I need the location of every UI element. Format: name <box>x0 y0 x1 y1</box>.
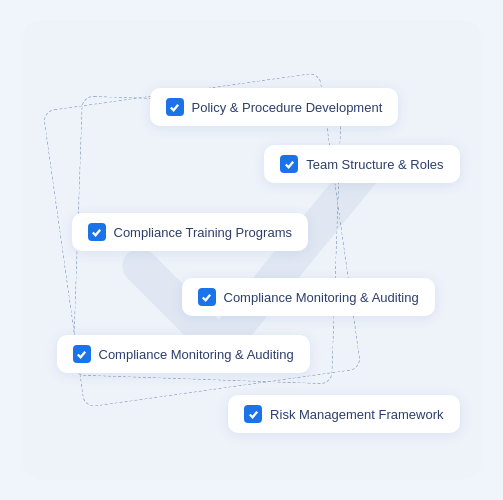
check-icon-2 <box>280 155 298 173</box>
check-icon-4 <box>198 288 216 306</box>
check-icon-6 <box>244 405 262 423</box>
badge-compliance-training: Compliance Training Programs <box>72 213 308 251</box>
badge-label-6: Risk Management Framework <box>270 407 443 422</box>
badge-label-1: Policy & Procedure Development <box>192 100 383 115</box>
badge-risk-management: Risk Management Framework <box>228 395 459 433</box>
badge-compliance-monitoring-2: Compliance Monitoring & Auditing <box>57 335 310 373</box>
badge-label-5: Compliance Monitoring & Auditing <box>99 347 294 362</box>
badge-compliance-monitoring-1: Compliance Monitoring & Auditing <box>182 278 435 316</box>
badge-label-4: Compliance Monitoring & Auditing <box>224 290 419 305</box>
badge-team-structure: Team Structure & Roles <box>264 145 459 183</box>
check-icon-3 <box>88 223 106 241</box>
badge-label-3: Compliance Training Programs <box>114 225 292 240</box>
check-icon-1 <box>166 98 184 116</box>
main-container: Policy & Procedure Development Team Stru… <box>22 20 482 480</box>
check-icon-5 <box>73 345 91 363</box>
badge-policy-procedure: Policy & Procedure Development <box>150 88 399 126</box>
badge-label-2: Team Structure & Roles <box>306 157 443 172</box>
